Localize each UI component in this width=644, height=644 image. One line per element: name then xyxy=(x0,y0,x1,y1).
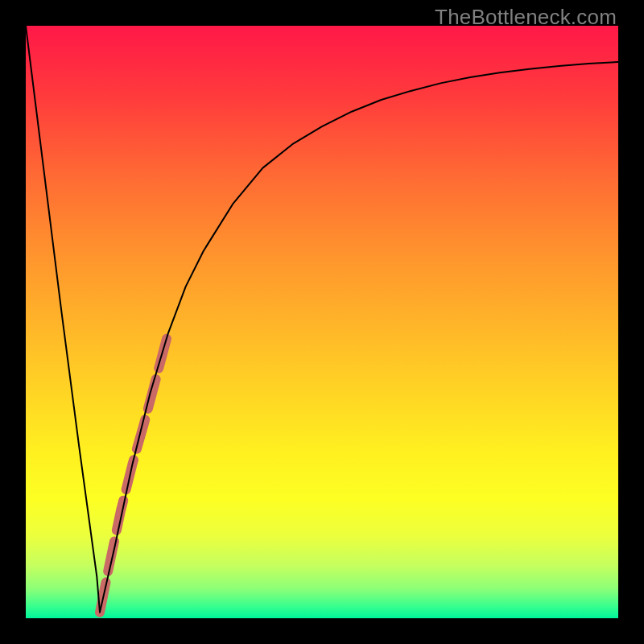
chart-svg xyxy=(26,26,618,618)
plot-area xyxy=(26,26,618,618)
chart-container: TheBottleneck.com xyxy=(0,0,644,644)
